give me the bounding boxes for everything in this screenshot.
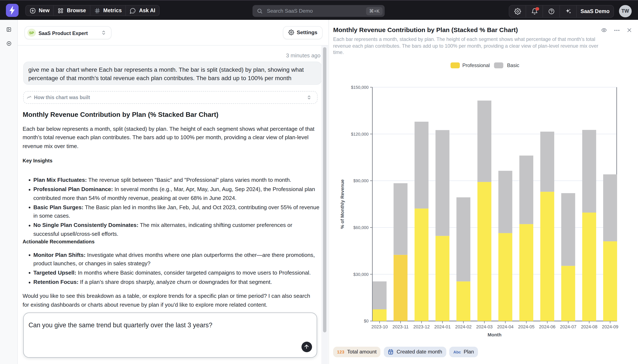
svg-text:2024-09: 2024-09 [602,324,618,329]
svg-text:2024-07: 2024-07 [560,324,576,329]
svg-text:$0: $0 [364,318,368,323]
svg-text:$90,000: $90,000 [353,178,368,183]
svg-text:2023-11: 2023-11 [392,324,408,329]
svg-text:$150,000: $150,000 [351,85,368,90]
svg-text:2024-03: 2024-03 [476,324,493,329]
svg-text:$120,000: $120,000 [351,132,368,136]
svg-text:2024-01: 2024-01 [434,324,451,329]
svg-text:% of Monthly Revenue: % of Monthly Revenue [340,179,345,229]
svg-text:$60,000: $60,000 [353,225,368,230]
svg-text:2023-10: 2023-10 [371,324,388,329]
svg-text:2023-12: 2023-12 [413,324,430,329]
svg-text:2024-02: 2024-02 [455,324,471,329]
svg-text:Month: Month [487,332,501,337]
svg-text:$30,000: $30,000 [353,272,368,276]
svg-text:2024-06: 2024-06 [539,324,555,329]
svg-text:2024-04: 2024-04 [497,324,513,329]
svg-text:2024-08: 2024-08 [581,324,597,329]
svg-text:2024-05: 2024-05 [518,324,534,329]
